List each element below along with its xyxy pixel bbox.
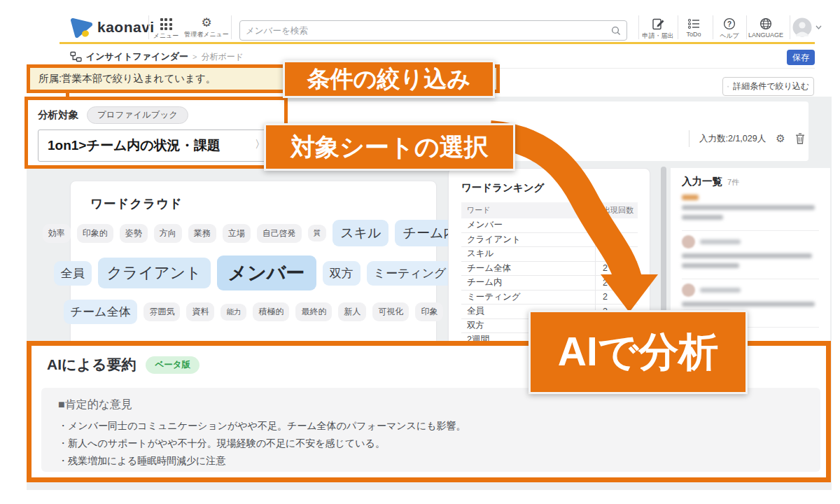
ranking-word: チーム全体 bbox=[461, 262, 595, 274]
ai-bullet: ・新人へのサポートがやや不十分。現場経験の不足に不安を感じている。 bbox=[58, 435, 466, 452]
filter-notice-text: 所属:営業本部で絞り込まれています。 bbox=[30, 72, 216, 85]
wordcloud-word[interactable]: 効率 bbox=[43, 224, 71, 243]
wordcloud-word[interactable]: クライアント bbox=[98, 258, 211, 288]
search-input[interactable] bbox=[240, 26, 610, 36]
ai-bullet: ・残業増加による睡眠時間減少に注意 bbox=[58, 452, 466, 470]
wordcloud-word[interactable]: 姿勢 bbox=[120, 224, 148, 243]
ai-bullets: ・メンバー同士のコミュニケーションがやや不足。チーム全体のパフォーマンスにも影響… bbox=[58, 417, 466, 470]
wordcloud-word[interactable]: 立場 bbox=[223, 224, 251, 243]
wordcloud-word[interactable]: 新人 bbox=[338, 302, 366, 321]
ranking-header: ワード 出現回数 bbox=[461, 202, 638, 218]
gear-icon: ⚙ bbox=[201, 17, 211, 29]
beta-badge: ベータ版 bbox=[146, 356, 200, 374]
todo-button[interactable]: ToDo bbox=[678, 18, 710, 38]
breadcrumb-separator: > bbox=[192, 52, 197, 61]
wordcloud-word[interactable]: 積極的 bbox=[253, 302, 289, 321]
callout-filter-text: 条件の絞り込み bbox=[307, 64, 470, 95]
breadcrumb: インサイトファインダー > 分析ボード bbox=[70, 50, 244, 63]
wordcloud-word[interactable]: 能力 bbox=[220, 304, 246, 321]
input-entry bbox=[682, 230, 819, 279]
blurred-text bbox=[682, 302, 815, 307]
wordcloud-word[interactable]: ミーティング bbox=[367, 261, 454, 286]
document-pen-icon bbox=[652, 18, 665, 30]
help-label: ヘルプ bbox=[720, 31, 739, 41]
callout-ai: AIで分析 bbox=[528, 310, 748, 394]
todo-label: ToDo bbox=[686, 31, 701, 38]
wordcloud-word[interactable]: 印象 bbox=[415, 302, 443, 321]
sheet-select[interactable]: 1on1>チーム内の状況・課題 〉 bbox=[38, 130, 286, 162]
ranking-word: チーム内 bbox=[461, 276, 595, 288]
detail-filter-button[interactable]: 詳細条件で絞り込む bbox=[722, 77, 814, 96]
wordcloud-word[interactable]: 自己啓発 bbox=[257, 224, 302, 243]
header-divider bbox=[638, 15, 639, 39]
wordcloud-word[interactable]: メンバー bbox=[217, 255, 316, 290]
ranking-row: ミーティング2 bbox=[461, 290, 638, 305]
divider bbox=[689, 130, 690, 147]
search-icon[interactable] bbox=[610, 25, 622, 36]
wordcloud-word[interactable]: 最終的 bbox=[295, 302, 332, 321]
wordcloud-word[interactable]: スキル bbox=[332, 220, 388, 246]
blurred-name bbox=[700, 288, 741, 293]
ai-summary-box: ■肯定的な意見 ・メンバー同士のコミュニケーションがやや不足。チーム全体のパフォ… bbox=[41, 388, 820, 472]
language-label: LANGUAGE bbox=[748, 31, 783, 38]
wordcloud-word[interactable]: 方向 bbox=[154, 224, 182, 243]
input-list-title: 入力一覧 bbox=[682, 175, 722, 188]
kaonavi-logo[interactable]: kaonavi bbox=[70, 17, 155, 38]
menu-button[interactable]: メニュー bbox=[149, 18, 183, 41]
input-count: 入力数:2/1,029人 bbox=[699, 133, 766, 145]
admin-menu-button[interactable]: ⚙ 管理者メニュー bbox=[183, 17, 230, 39]
ranking-col-word: ワード bbox=[461, 205, 595, 216]
callout-filter: 条件の絞り込み bbox=[283, 60, 495, 98]
wordcloud-word[interactable]: 可視化 bbox=[372, 302, 409, 321]
ranking-count: 2 bbox=[595, 262, 638, 276]
logo-text: kaonavi bbox=[97, 19, 155, 36]
input-list-count: 7件 bbox=[727, 177, 739, 188]
analysis-target-label: 分析対象 bbox=[38, 108, 78, 122]
ranking-col-count: 出現回数 bbox=[595, 202, 638, 218]
wordcloud-word[interactable]: 業務 bbox=[188, 224, 216, 243]
ranking-count bbox=[595, 218, 638, 232]
language-button[interactable]: LANGUAGE bbox=[745, 18, 787, 38]
input-entry bbox=[682, 190, 819, 230]
globe-icon bbox=[760, 18, 772, 30]
wordcloud-word[interactable]: 全員 bbox=[54, 261, 92, 286]
chevron-down-icon bbox=[816, 25, 822, 29]
breadcrumb-page: 分析ボード bbox=[201, 51, 244, 63]
blurred-text bbox=[682, 205, 815, 210]
ranking-count: 2 bbox=[595, 276, 638, 290]
word-ranking-title: ワードランキング bbox=[461, 181, 544, 195]
wordcloud-word[interactable]: 印象的 bbox=[77, 224, 113, 243]
applications-button[interactable]: 申請・届出 bbox=[640, 18, 676, 41]
settings-gear-icon[interactable]: ⚙ bbox=[776, 132, 785, 145]
callout-sheet: 対象シートの選択 bbox=[264, 123, 515, 171]
help-icon: ? bbox=[723, 18, 736, 30]
wordcloud-word[interactable]: チーム全体 bbox=[64, 300, 138, 324]
blurred-name bbox=[700, 239, 741, 244]
account-menu[interactable] bbox=[792, 18, 822, 37]
trash-icon[interactable] bbox=[795, 133, 805, 144]
todo-list-icon bbox=[687, 18, 701, 29]
applications-label: 申請・届出 bbox=[643, 31, 674, 41]
breadcrumb-section[interactable]: インサイトファインダー bbox=[86, 50, 188, 63]
ai-summary-heading: ■肯定的な意見 bbox=[58, 398, 132, 412]
save-button[interactable]: 保存 bbox=[787, 50, 815, 65]
help-button[interactable]: ? ヘルプ bbox=[713, 18, 746, 41]
wordcloud-word[interactable]: 質 bbox=[308, 225, 327, 241]
ranking-word: メンバー bbox=[461, 219, 595, 231]
profile-book-badge: プロファイルブック bbox=[87, 106, 188, 124]
filter-icon bbox=[727, 83, 729, 91]
member-search bbox=[239, 20, 627, 41]
avatar bbox=[682, 284, 695, 297]
ranking-row: チーム内2 bbox=[461, 276, 638, 290]
ranking-count: 3 bbox=[595, 233, 638, 247]
wordcloud-word[interactable]: 資料 bbox=[186, 302, 214, 321]
ranking-count: 2 bbox=[595, 290, 638, 304]
ranking-row: クライアント3 bbox=[461, 233, 638, 248]
wordcloud-word[interactable]: 双方 bbox=[323, 261, 360, 286]
wordcloud-word[interactable]: 雰囲気 bbox=[144, 302, 180, 321]
wordcloud-body: 効率印象的姿勢方向業務立場自己啓発質スキルチーム内全員クライアントメンバー双方ミ… bbox=[80, 220, 426, 333]
blurred-text bbox=[682, 253, 812, 258]
insight-finder-icon bbox=[70, 51, 82, 62]
header-divider bbox=[231, 15, 232, 39]
detail-filter-label: 詳細条件で絞り込む bbox=[733, 80, 809, 92]
